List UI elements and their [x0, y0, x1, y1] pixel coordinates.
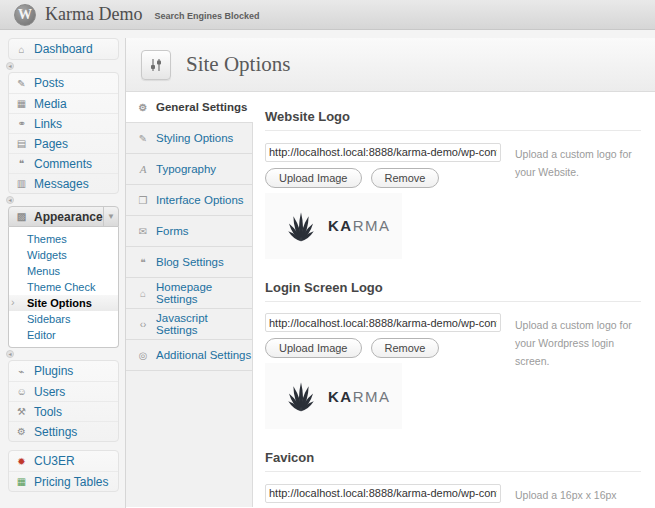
appearance-submenu: Themes Widgets Menus Theme Check › Site …	[8, 227, 119, 348]
tab-label: Blog Settings	[156, 256, 224, 268]
login-logo-preview: KARMA	[265, 363, 402, 429]
content-menu-box: ✎ Posts ▦ Media ⚭ Links ▤ Pages ❝ Commen…	[8, 72, 119, 194]
submenu-item-themes[interactable]: Themes	[9, 231, 118, 247]
favicon-url-input[interactable]	[265, 484, 501, 503]
messages-icon: ▥	[14, 178, 29, 189]
sidebar-item-tools[interactable]: ⚒ Tools	[9, 401, 118, 421]
wordpress-logo-icon[interactable]: W	[14, 4, 36, 26]
tab-homepage-settings[interactable]: ⌂ Homepage Settings	[126, 278, 252, 309]
sidebar-gap	[0, 442, 125, 450]
sidebar-item-dashboard[interactable]: ⌂ Dashboard	[9, 39, 118, 59]
tab-forms[interactable]: ✉ Forms	[126, 216, 252, 247]
section-login-screen-logo: Login Screen Logo Upload Image Remove	[265, 280, 641, 430]
tab-interface-options[interactable]: ❐ Interface Options	[126, 185, 252, 216]
tab-styling-options[interactable]: ✎ Styling Options	[126, 123, 252, 154]
appearance-menu-box: ▨ Appearance ▼ Themes Widgets Menus Them…	[8, 206, 119, 348]
section-divider	[265, 301, 641, 302]
karma-wordmark: KARMA	[328, 217, 391, 234]
code-icon: ‹›	[135, 319, 151, 330]
letter-a-icon: A	[135, 163, 151, 175]
envelope-icon: ✉	[135, 226, 151, 237]
sidebar-item-plugins[interactable]: ⌁ Plugins	[9, 361, 118, 381]
users-icon: ☺	[14, 386, 29, 397]
tab-general-settings[interactable]: ⚙ General Settings	[126, 92, 253, 123]
section-heading: Login Screen Logo	[265, 280, 641, 295]
settings-nav: ⚙ General Settings ✎ Styling Options A T…	[126, 92, 253, 507]
sidebar-item-users[interactable]: ☺ Users	[9, 381, 118, 401]
sidebar-item-pricing-tables[interactable]: ▦ Pricing Tables	[9, 471, 118, 491]
submenu-item-widgets[interactable]: Widgets	[9, 247, 118, 263]
tab-label: Homepage Settings	[156, 281, 252, 305]
chain-link-icon: ⚭	[14, 118, 29, 129]
remove-button[interactable]: Remove	[371, 168, 440, 188]
speech-bubble-icon: ❝	[14, 158, 29, 169]
pencil-icon: ✎	[135, 133, 151, 144]
upload-image-button[interactable]: Upload Image	[265, 168, 362, 188]
speech-bubble-icon: ❝	[135, 257, 151, 268]
submenu-item-menus[interactable]: Menus	[9, 263, 118, 279]
section-divider	[265, 130, 641, 131]
settings-main: Website Logo Upload Image Remove	[253, 92, 655, 507]
tab-typography[interactable]: A Typography	[126, 154, 252, 185]
submenu-item-sidebars[interactable]: Sidebars	[9, 311, 118, 327]
collapse-arrow-icon[interactable]: ◂	[6, 196, 14, 204]
sidebar-item-label: Appearance	[34, 210, 103, 224]
admin-sidebar: ⌂ Dashboard ◂ ✎ Posts ▦ Media ⚭ Links ▤ …	[0, 38, 125, 492]
search-engines-blocked-notice: Search Engines Blocked	[154, 11, 259, 21]
karma-wordmark: KARMA	[328, 388, 391, 405]
field-description: Upload a custom logo for your Website.	[515, 142, 641, 259]
chevron-down-icon[interactable]: ▼	[103, 207, 118, 226]
field-description: Upload a 16px x 16px image that will rep…	[515, 483, 641, 507]
sidebar-item-links[interactable]: ⚭ Links	[9, 113, 118, 133]
submenu-item-editor[interactable]: Editor	[9, 327, 118, 343]
collapse-arrow-icon[interactable]: ◂	[6, 350, 14, 358]
sidebar-separator: ◂	[6, 349, 125, 359]
sidebar-item-posts[interactable]: ✎ Posts	[9, 73, 118, 93]
upload-image-button[interactable]: Upload Image	[265, 338, 362, 358]
sidebar-item-cu3er[interactable]: ✹ CU3ER	[9, 451, 118, 471]
sliders-icon	[141, 50, 171, 80]
tab-label: Interface Options	[156, 194, 244, 206]
tab-blog-settings[interactable]: ❝ Blog Settings	[126, 247, 252, 278]
sidebar-item-label: Links	[34, 117, 62, 131]
sidebar-item-settings[interactable]: ⚙ Settings	[9, 421, 118, 441]
tab-javascript-settings[interactable]: ‹› Javascript Settings	[126, 309, 252, 340]
sidebar-item-media[interactable]: ▦ Media	[9, 93, 118, 113]
sidebar-separator: ◂	[6, 61, 125, 71]
tab-label: General Settings	[156, 101, 247, 113]
tab-label: Forms	[156, 225, 189, 237]
login-logo-url-input[interactable]	[265, 313, 501, 332]
site-name-link[interactable]: Karma Demo	[45, 4, 142, 25]
sidebar-item-messages[interactable]: ▥ Messages	[9, 173, 118, 193]
admin-menu-box: ⌁ Plugins ☺ Users ⚒ Tools ⚙ Settings	[8, 360, 119, 442]
main-content-panel: Site Options ⚙ General Settings ✎ Stylin…	[125, 38, 655, 508]
sidebar-item-label: Media	[34, 97, 67, 111]
dashboard-menu-box: ⌂ Dashboard	[8, 38, 119, 60]
tab-label: Additional Settings	[156, 349, 251, 361]
plugins-menu-box: ✹ CU3ER ▦ Pricing Tables	[8, 450, 119, 492]
sidebar-item-label: Pages	[34, 137, 68, 151]
plug-icon: ⌁	[14, 366, 29, 377]
website-logo-url-input[interactable]	[265, 143, 501, 162]
sidebar-item-pages[interactable]: ▤ Pages	[9, 133, 118, 153]
section-divider	[265, 471, 641, 472]
submenu-item-site-options[interactable]: › Site Options	[9, 295, 118, 311]
layout-icon: ❐	[135, 195, 151, 206]
section-website-logo: Website Logo Upload Image Remove	[265, 109, 641, 259]
sidebar-item-comments[interactable]: ❝ Comments	[9, 153, 118, 173]
tab-additional-settings[interactable]: ◎ Additional Settings	[126, 340, 252, 371]
pin-icon: ✎	[14, 78, 29, 89]
current-item-arrow-icon: ›	[11, 296, 15, 308]
sidebar-item-label: Posts	[34, 76, 64, 90]
sidebar-item-label: Settings	[34, 425, 77, 439]
sidebar-item-appearance[interactable]: ▨ Appearance ▼	[8, 206, 119, 227]
cu3er-icon: ✹	[14, 456, 29, 467]
tab-label: Typography	[156, 163, 216, 175]
remove-button[interactable]: Remove	[371, 338, 440, 358]
collapse-arrow-icon[interactable]: ◂	[6, 62, 14, 70]
sidebar-item-label: Dashboard	[34, 42, 93, 56]
section-heading: Favicon	[265, 450, 641, 465]
submenu-item-theme-check[interactable]: Theme Check	[9, 279, 118, 295]
sidebar-item-label: Comments	[34, 157, 92, 171]
page-header: Site Options	[126, 38, 655, 92]
